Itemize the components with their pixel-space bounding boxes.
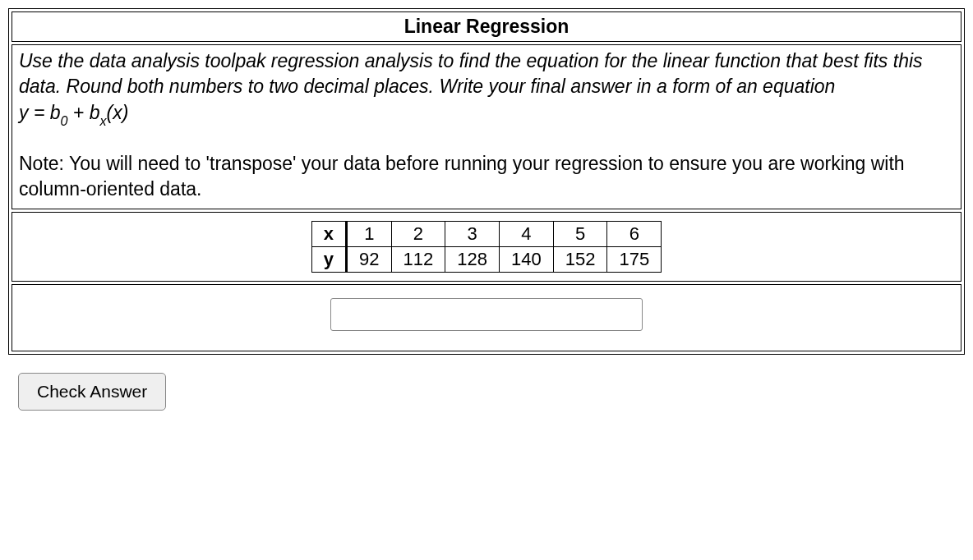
- eq-prefix: y = b: [19, 102, 61, 123]
- table-cell: 112: [391, 247, 445, 273]
- table-cell: 5: [553, 222, 607, 247]
- table-cell: 92: [347, 247, 391, 273]
- table-cell: 140: [500, 247, 554, 273]
- check-answer-button[interactable]: Check Answer: [18, 373, 166, 411]
- eq-suffix: (x): [107, 102, 129, 123]
- eq-sub-0: 0: [61, 113, 68, 128]
- data-table: x 1 2 3 4 5 6 y 92 112 128 140 152 175: [311, 221, 662, 273]
- table-cell: 6: [607, 222, 662, 247]
- answer-container: [12, 284, 961, 351]
- table-cell: 175: [607, 247, 662, 273]
- data-table-container: x 1 2 3 4 5 6 y 92 112 128 140 152 175: [12, 212, 961, 282]
- table-cell: 4: [500, 222, 554, 247]
- eq-sub-x: x: [99, 113, 106, 128]
- table-cell: 1: [347, 222, 391, 247]
- table-row: x 1 2 3 4 5 6: [311, 222, 661, 247]
- table-cell: 3: [445, 222, 500, 247]
- table-row: y 92 112 128 140 152 175: [311, 247, 661, 273]
- table-cell: 2: [391, 222, 445, 247]
- instructions-text: Use the data analysis toolpak regression…: [19, 48, 954, 99]
- row-label: y: [311, 247, 346, 273]
- table-cell: 128: [445, 247, 500, 273]
- question-container: Linear Regression Use the data analysis …: [8, 8, 965, 355]
- question-title: Linear Regression: [12, 11, 961, 42]
- equation-template: y = b0 + bx(x): [19, 99, 954, 128]
- note-text: Note: You will need to 'transpose' your …: [19, 151, 954, 202]
- row-label: x: [311, 222, 346, 247]
- question-body: Use the data analysis toolpak regression…: [12, 44, 961, 209]
- eq-mid: + b: [67, 102, 99, 123]
- answer-input[interactable]: [330, 298, 643, 331]
- table-cell: 152: [553, 247, 607, 273]
